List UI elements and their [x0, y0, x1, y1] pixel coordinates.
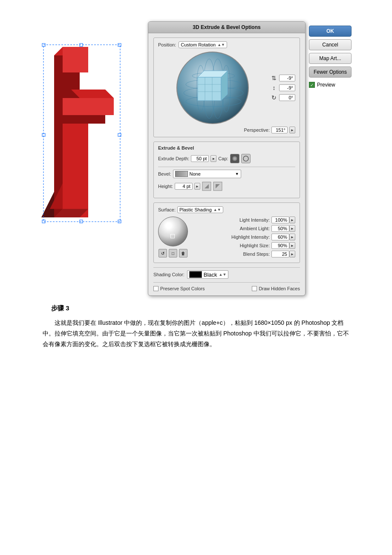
surface-value: Plastic Shading — [179, 207, 212, 212]
highlight-size-row: Highlight Size: 90% ► — [192, 242, 295, 249]
light-params: Light Intensity: 100% ► Ambient Light: 5… — [192, 217, 295, 259]
light-intensity-input[interactable]: 100% — [271, 217, 289, 223]
light-intensity-label: Light Intensity: — [192, 217, 271, 223]
step-section: 步骤 3 — [51, 304, 366, 312]
depth-label: Extrude Depth: — [158, 156, 189, 161]
light-intensity-arrow[interactable]: ► — [289, 217, 295, 223]
surface-select[interactable]: Plastic Shading ▲▼ — [177, 206, 223, 213]
cap-on-button[interactable] — [230, 154, 239, 163]
rotation-y-icon: ↕ — [271, 84, 277, 91]
highlight-size-input[interactable]: 90% — [271, 242, 289, 249]
draw-hidden-checkbox[interactable] — [252, 286, 257, 291]
highlight-size-arrow[interactable]: ► — [289, 242, 295, 249]
preserve-spot-row: Preserve Spot Colors — [153, 286, 205, 291]
depth-row: Extrude Depth: 50 pt ► Cap: — [158, 154, 295, 163]
ambient-light-arrow[interactable]: ► — [289, 225, 295, 232]
position-value: Custom Rotation — [181, 42, 216, 47]
position-label: Position: — [158, 42, 176, 47]
depth-arrow[interactable]: ► — [210, 155, 216, 162]
perspective-input[interactable]: 151° — [271, 127, 288, 133]
dialog-title: 3D Extrude & Bevel Options — [193, 24, 260, 30]
highlight-intensity-arrow[interactable]: ► — [289, 234, 295, 240]
shading-select-arrow: ▲▼ — [219, 272, 227, 277]
3d-rotation-sphere[interactable] — [176, 52, 249, 124]
dialog-titlebar: 3D Extrude & Bevel Options — [148, 22, 305, 33]
step-body-text: 这就是我们要在 Illustrator 中做的，现在复制你的图片（apple+c… — [43, 318, 349, 350]
bottom-checkboxes: Preserve Spot Colors Draw Hidden Faces — [153, 286, 300, 291]
shading-select[interactable]: Black ▲▼ — [187, 270, 229, 279]
ambient-light-row: Ambient Light: 50% ► — [192, 225, 295, 232]
cap-label: Cap: — [218, 156, 228, 161]
position-select-arrow: ▲▼ — [217, 43, 225, 47]
rotation-inputs: ⇅ -9° ↕ -9° ↻ 0° — [271, 75, 295, 101]
surface-inner: ↺ □ 🗑 Light Intensity: 100% ► — [158, 217, 295, 259]
ok-button[interactable]: OK — [309, 26, 352, 37]
rotation-z-input[interactable]: 0° — [279, 94, 295, 101]
dialog-box: 3D Extrude & Bevel Options Position: Cus… — [148, 21, 306, 296]
bevel-direction-in-icon[interactable] — [202, 182, 211, 191]
preserve-spot-label: Preserve Spot Colors — [160, 286, 205, 291]
bevel-direction-out-icon[interactable] — [213, 182, 222, 191]
height-input[interactable]: 4 pt — [175, 183, 193, 190]
svg-marker-1 — [63, 47, 88, 72]
position-section: Position: Custom Rotation ▲▼ — [153, 38, 300, 137]
surface-label: Surface: — [158, 207, 176, 212]
blend-steps-label: Blend Steps: — [192, 251, 271, 257]
shading-value: Black — [204, 272, 217, 278]
cap-off-button[interactable] — [241, 154, 251, 163]
svg-point-38 — [243, 156, 248, 161]
svg-marker-5 — [63, 124, 88, 217]
svg-marker-29 — [198, 77, 221, 101]
surface-section: Surface: Plastic Shading ▲▼ — [153, 202, 300, 263]
highlight-intensity-label: Highlight Intensity: — [192, 234, 271, 240]
highlight-intensity-row: Highlight Intensity: 60% ► — [192, 234, 295, 240]
divider-1 — [158, 167, 295, 167]
bevel-arrow: ▼ — [235, 172, 239, 176]
bevel-icon — [175, 171, 188, 177]
svg-rect-17 — [118, 133, 121, 136]
height-arrow[interactable]: ► — [194, 183, 200, 190]
cancel-button[interactable]: Cancel — [309, 39, 352, 50]
blend-steps-row: Blend Steps: 25 ► — [192, 251, 295, 257]
extrude-title: Extrude & Bevel — [158, 145, 295, 150]
depth-input[interactable]: 50 pt — [191, 155, 209, 162]
svg-marker-8 — [63, 98, 114, 115]
bevel-value: None — [190, 171, 201, 176]
shading-label: Shading Color: — [153, 272, 184, 277]
light-add-button[interactable]: □ — [169, 249, 177, 257]
draw-hidden-label: Draw Hidden Faces — [259, 286, 300, 291]
preserve-spot-checkbox[interactable] — [153, 286, 159, 291]
light-sphere-preview — [158, 217, 188, 246]
shading-divider — [153, 267, 300, 268]
rotation-x-input[interactable]: -9° — [279, 75, 295, 81]
preview-row: ✓ Preview — [309, 82, 352, 88]
illustration-area — [37, 17, 148, 264]
light-rotate-button[interactable]: ↺ — [159, 249, 167, 257]
perspective-label: Perspective: — [244, 127, 270, 133]
perspective-arrow[interactable]: ► — [289, 127, 295, 133]
blend-steps-arrow[interactable]: ► — [289, 251, 295, 257]
rotation-x-icon: ⇅ — [271, 75, 277, 81]
preview-checkbox[interactable]: ✓ — [309, 82, 315, 88]
highlight-intensity-input[interactable]: 60% — [271, 234, 289, 240]
3d-cube-preview — [193, 69, 232, 107]
shading-row: Shading Color: Black ▲▼ — [153, 270, 300, 279]
rotation-z-row: ↻ 0° — [271, 94, 295, 101]
rotation-z-icon: ↻ — [271, 94, 277, 101]
rotation-y-row: ↕ -9° — [271, 84, 295, 91]
fewer-options-button[interactable]: Fewer Options — [309, 66, 352, 78]
bevel-row: Bevel: None ▼ — [158, 170, 295, 178]
surface-select-arrow: ▲▼ — [213, 208, 221, 212]
bevel-select[interactable]: None ▼ — [173, 170, 241, 178]
draw-hidden-row: Draw Hidden Faces — [252, 286, 300, 291]
shading-color-swatch — [189, 271, 202, 278]
ambient-light-input[interactable]: 50% — [271, 225, 289, 232]
blend-steps-input[interactable]: 25 — [271, 251, 289, 257]
bevel-label: Bevel: — [158, 171, 171, 176]
rotation-y-input[interactable]: -9° — [279, 84, 295, 91]
height-label: Height: — [158, 184, 173, 189]
dialog-buttons-panel: OK Cancel Map Art... Fewer Options ✓ Pre… — [306, 21, 355, 92]
position-select[interactable]: Custom Rotation ▲▼ — [179, 41, 227, 48]
map-art-button[interactable]: Map Art... — [309, 53, 352, 64]
light-delete-button[interactable]: 🗑 — [179, 249, 187, 257]
